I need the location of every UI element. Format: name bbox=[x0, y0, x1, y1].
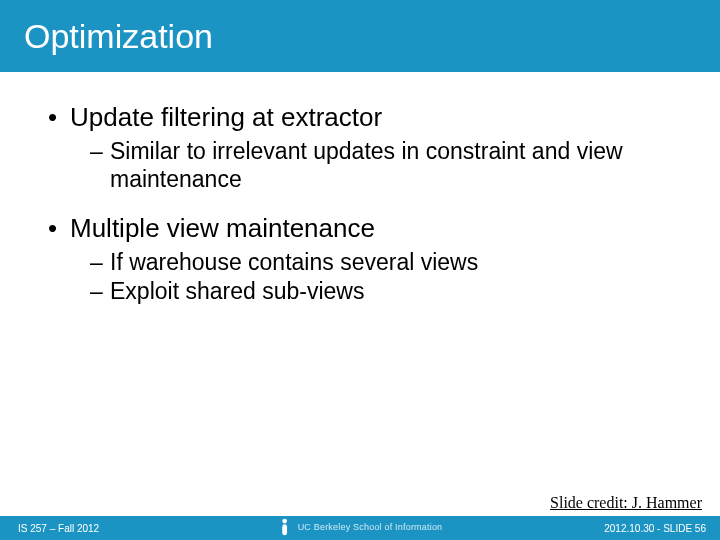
svg-rect-1 bbox=[282, 524, 287, 535]
footer-band: IS 257 – Fall 2012 UC Berkeley School of… bbox=[0, 516, 720, 540]
footer-course: IS 257 – Fall 2012 bbox=[18, 523, 99, 534]
bullet-level2: If warehouse contains several views bbox=[90, 248, 696, 276]
spacer bbox=[48, 193, 696, 207]
bullet-text: Multiple view maintenance bbox=[70, 213, 375, 243]
footer-logo: UC Berkeley School of Information bbox=[278, 518, 443, 536]
bullet-text: If warehouse contains several views bbox=[110, 249, 478, 275]
bullet-level2: Exploit shared sub-views bbox=[90, 277, 696, 305]
bullet-text: Exploit shared sub-views bbox=[110, 278, 364, 304]
bullet-level1: Update filtering at extractor bbox=[48, 102, 696, 133]
bullet-level1: Multiple view maintenance bbox=[48, 213, 696, 244]
slide-credit: Slide credit: J. Hammer bbox=[550, 494, 702, 512]
bullet-level2: Similar to irrelevant updates in constra… bbox=[90, 137, 696, 193]
bullet-text: Similar to irrelevant updates in constra… bbox=[110, 138, 623, 192]
slide-content: Update filtering at extractor Similar to… bbox=[48, 96, 696, 305]
title-band: Optimization bbox=[0, 0, 720, 72]
footer-logo-text: UC Berkeley School of Information bbox=[298, 522, 443, 532]
svg-point-0 bbox=[282, 519, 287, 524]
ischool-logo-icon bbox=[278, 518, 292, 536]
slide-title: Optimization bbox=[24, 17, 213, 56]
footer-slide-number: 2012.10.30 - SLIDE 56 bbox=[604, 523, 706, 534]
bullet-text: Update filtering at extractor bbox=[70, 102, 382, 132]
